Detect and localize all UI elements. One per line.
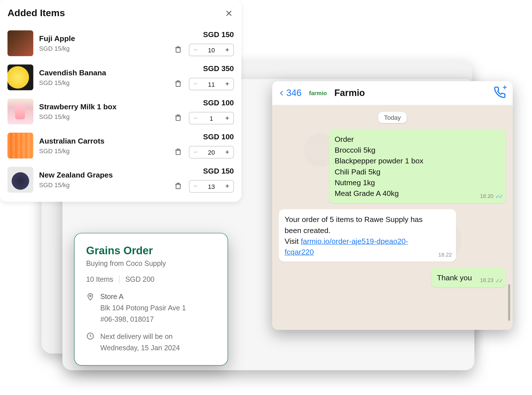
quantity-value: 20 bbox=[202, 149, 221, 156]
decrement-button[interactable]: − bbox=[189, 146, 202, 158]
svg-rect-2 bbox=[176, 48, 180, 52]
read-receipt-icon: ✓✓ bbox=[495, 192, 502, 201]
chat-header: 346 farmio Farmio bbox=[272, 81, 513, 105]
outgoing-message[interactable]: Order Broccoli 5kg Blackpepper powder 1 … bbox=[329, 129, 506, 203]
trash-icon[interactable] bbox=[174, 182, 183, 191]
clock-icon bbox=[86, 331, 95, 354]
item-total: SGD 100 bbox=[203, 133, 234, 142]
item-rate: SGD 15/kg bbox=[39, 113, 153, 120]
cart-item-row: Strawberry Milk 1 box SGD 15/kg SGD 100 … bbox=[7, 94, 234, 128]
svg-point-7 bbox=[90, 295, 91, 297]
message-line: Meat Grade A 40kg bbox=[335, 188, 485, 199]
message-line: Order bbox=[335, 134, 485, 145]
item-total: SGD 100 bbox=[203, 99, 234, 107]
incoming-message[interactable]: Your order of 5 items to Rawe Supply has… bbox=[279, 209, 456, 262]
item-total: SGD 150 bbox=[203, 167, 234, 176]
call-button[interactable] bbox=[493, 86, 506, 100]
item-total: SGD 350 bbox=[203, 65, 234, 73]
svg-rect-5 bbox=[176, 150, 180, 155]
item-rate: SGD 15/kg bbox=[39, 45, 153, 52]
quantity-value: 10 bbox=[202, 46, 221, 54]
order-title: Grains Order bbox=[86, 244, 216, 257]
increment-button[interactable]: + bbox=[221, 44, 233, 56]
increment-button[interactable]: + bbox=[221, 78, 233, 90]
item-name: Fuji Apple bbox=[39, 35, 153, 43]
item-thumbnail bbox=[7, 167, 33, 193]
decrement-button[interactable]: − bbox=[189, 112, 202, 124]
cart-item-row: New Zealand Grapes SGD 15/kg SGD 150 − 1… bbox=[7, 163, 234, 197]
delivery-label: Next delivery will be on bbox=[100, 331, 180, 342]
chevron-left-icon bbox=[279, 88, 285, 97]
message-line: Chili Padi 5kg bbox=[335, 166, 485, 177]
message-time: 18.22 bbox=[438, 251, 452, 259]
added-items-panel: Added Items Fuji Apple SGD 15/kg SGD 150… bbox=[0, 0, 241, 202]
item-rate: SGD 15/kg bbox=[39, 147, 153, 154]
divider bbox=[119, 275, 119, 283]
message-text: Visit bbox=[285, 237, 301, 245]
quantity-stepper[interactable]: − 13 + bbox=[189, 180, 234, 193]
added-items-title: Added Items bbox=[7, 7, 65, 19]
cart-item-row: Australian Carrots SGD 15/kg SGD 100 − 2… bbox=[7, 129, 234, 163]
item-thumbnail bbox=[7, 99, 33, 124]
cart-item-row: Cavendish Banana SGD 15/kg SGD 350 − 11 … bbox=[7, 60, 234, 94]
order-amount: SGD 200 bbox=[125, 275, 154, 283]
trash-icon[interactable] bbox=[174, 114, 183, 123]
quantity-value: 13 bbox=[202, 183, 221, 190]
item-name: Cavendish Banana bbox=[39, 69, 153, 77]
read-receipt-icon: ✓✓ bbox=[495, 276, 502, 285]
message-text: Your order of 5 items to Rawe Supply has… bbox=[285, 215, 423, 234]
store-name: Store A bbox=[100, 291, 186, 302]
quantity-stepper[interactable]: − 11 + bbox=[189, 78, 234, 90]
increment-button[interactable]: + bbox=[221, 181, 233, 192]
item-thumbnail bbox=[7, 65, 33, 90]
outgoing-message[interactable]: Thank you 18.23 ✓✓ bbox=[431, 267, 506, 287]
increment-button[interactable]: + bbox=[221, 146, 233, 158]
scrollbar-thumb[interactable] bbox=[508, 284, 510, 321]
item-thumbnail bbox=[7, 133, 33, 159]
delivery-date: Wednesday, 15 Jan 2024 bbox=[100, 342, 180, 354]
date-separator: Today bbox=[378, 112, 407, 123]
increment-button[interactable]: + bbox=[221, 112, 233, 124]
message-text: Thank you bbox=[437, 274, 472, 282]
back-button[interactable]: 346 bbox=[279, 87, 301, 98]
decrement-button[interactable]: − bbox=[189, 181, 202, 192]
order-subtitle: Buying from Coco Supply bbox=[86, 260, 216, 268]
item-name: Strawberry Milk 1 box bbox=[39, 103, 153, 112]
quantity-stepper[interactable]: − 20 + bbox=[189, 146, 234, 159]
trash-icon[interactable] bbox=[174, 148, 183, 157]
decrement-button[interactable]: − bbox=[189, 44, 202, 56]
item-total: SGD 150 bbox=[203, 30, 234, 39]
item-thumbnail bbox=[7, 30, 33, 56]
order-link[interactable]: farmio.io/order-aje519-dpeao20-fcqar220 bbox=[285, 237, 408, 256]
item-name: New Zealand Grapes bbox=[39, 171, 153, 180]
close-icon[interactable] bbox=[224, 8, 234, 18]
order-item-count: 10 Items bbox=[86, 275, 113, 283]
message-time: 18.20 bbox=[480, 193, 493, 200]
cart-item-row: Fuji Apple SGD 15/kg SGD 150 − 10 + bbox=[7, 26, 234, 60]
quantity-stepper[interactable]: − 10 + bbox=[189, 44, 234, 56]
quantity-stepper[interactable]: − 1 + bbox=[189, 112, 234, 124]
contact-name[interactable]: Farmio bbox=[334, 87, 365, 98]
item-name: Australian Carrots bbox=[39, 137, 153, 146]
location-pin-icon bbox=[86, 291, 95, 325]
address-line: #06-398, 018017 bbox=[100, 314, 186, 325]
svg-rect-3 bbox=[176, 82, 180, 86]
svg-rect-6 bbox=[176, 184, 180, 189]
chat-window: 346 farmio Farmio Today Order Broccoli 5… bbox=[272, 81, 513, 330]
brand-logo: farmio bbox=[309, 90, 327, 97]
trash-icon[interactable] bbox=[174, 45, 183, 54]
unread-count: 346 bbox=[286, 87, 302, 98]
quantity-value: 1 bbox=[202, 115, 221, 122]
address-line: Blk 104 Potong Pasir Ave 1 bbox=[100, 302, 186, 314]
message-line: Broccoli 5kg bbox=[335, 145, 485, 155]
plus-icon bbox=[502, 84, 508, 90]
svg-rect-4 bbox=[176, 116, 180, 121]
order-summary-card: Grains Order Buying from Coco Supply 10 … bbox=[74, 233, 228, 366]
decrement-button[interactable]: − bbox=[189, 78, 202, 90]
trash-icon[interactable] bbox=[174, 80, 183, 89]
message-time: 18.23 bbox=[480, 277, 493, 285]
chat-body[interactable]: Today Order Broccoli 5kg Blackpepper pow… bbox=[272, 105, 513, 330]
item-rate: SGD 15/kg bbox=[39, 181, 153, 188]
message-line: Blackpepper powder 1 box bbox=[335, 156, 485, 166]
message-line: Nutmeg 1kg bbox=[335, 177, 485, 188]
